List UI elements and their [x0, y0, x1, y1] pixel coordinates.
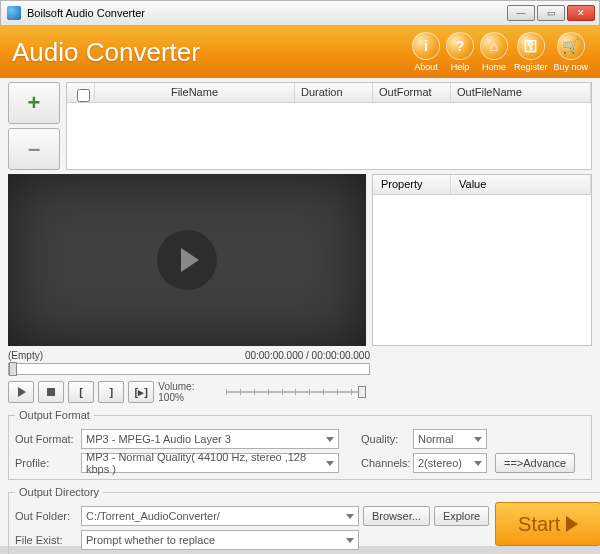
- select-all-checkbox[interactable]: [77, 89, 90, 102]
- quality-label: Quality:: [361, 433, 409, 445]
- preview-panel: [8, 174, 366, 346]
- volume-slider[interactable]: [226, 391, 366, 393]
- col-check[interactable]: [67, 83, 95, 102]
- home-icon-glyph: ⌂: [480, 32, 508, 60]
- out-folder-select[interactable]: C:/Torrent_AudioConverter/: [81, 506, 359, 526]
- output-format-group: Output Format Out Format: MP3 - MPEG-1 A…: [8, 409, 592, 480]
- about-icon-label: About: [414, 62, 438, 72]
- maximize-button[interactable]: ▭: [537, 5, 565, 21]
- profile-select[interactable]: MP3 - Normal Quality( 44100 Hz, stereo ,…: [81, 453, 339, 473]
- timeline-slider[interactable]: [8, 363, 370, 375]
- out-format-label: Out Format:: [15, 433, 77, 445]
- channels-select[interactable]: 2(stereo): [413, 453, 487, 473]
- about-icon[interactable]: iAbout: [412, 32, 440, 72]
- quality-select[interactable]: Normal: [413, 429, 487, 449]
- col-value[interactable]: Value: [451, 175, 591, 194]
- col-outformat[interactable]: OutFormat: [373, 83, 451, 102]
- profile-label: Profile:: [15, 457, 77, 469]
- out-format-select[interactable]: MP3 - MPEG-1 Audio Layer 3: [81, 429, 339, 449]
- col-duration[interactable]: Duration: [295, 83, 373, 102]
- about-icon-glyph: i: [412, 32, 440, 60]
- minimize-button[interactable]: —: [507, 5, 535, 21]
- start-button[interactable]: Start: [495, 502, 600, 546]
- titlebar: Boilsoft Audio Converter — ▭ ✕: [0, 0, 600, 26]
- close-button[interactable]: ✕: [567, 5, 595, 21]
- col-filename[interactable]: FileName: [95, 83, 295, 102]
- banner: Audio Converter iAbout?Help⌂Home⚿Registe…: [0, 26, 600, 78]
- banner-title: Audio Converter: [12, 37, 200, 68]
- browser-button[interactable]: Browser...: [363, 506, 430, 526]
- volume-value: 100%: [158, 392, 184, 403]
- timeline-knob[interactable]: [9, 362, 17, 376]
- file-exist-label: File Exist:: [15, 534, 77, 546]
- file-exist-select[interactable]: Prompt whether to replace: [81, 530, 359, 550]
- play-button[interactable]: [8, 381, 34, 403]
- explore-button[interactable]: Explore: [434, 506, 489, 526]
- file-list[interactable]: FileName Duration OutFormat OutFileName: [66, 82, 592, 170]
- buy-icon-label: Buy now: [553, 62, 588, 72]
- timeline-empty-label: (Empty): [8, 350, 43, 361]
- channels-label: Channels:: [361, 457, 409, 469]
- out-folder-label: Out Folder:: [15, 510, 77, 522]
- remove-file-button[interactable]: –: [8, 128, 60, 170]
- preview-play-button[interactable]: [157, 230, 217, 290]
- output-directory-group: Output Directory Out Folder: C:/Torrent_…: [8, 486, 600, 554]
- col-outfilename[interactable]: OutFileName: [451, 83, 591, 102]
- home-icon-label: Home: [482, 62, 506, 72]
- col-property[interactable]: Property: [373, 175, 451, 194]
- mark-in-button[interactable]: [: [68, 381, 94, 403]
- output-format-legend: Output Format: [15, 409, 94, 421]
- property-panel: Property Value: [372, 174, 592, 346]
- play-selection-button[interactable]: [▸]: [128, 381, 154, 403]
- volume-label: Volume:: [158, 381, 194, 392]
- help-icon[interactable]: ?Help: [446, 32, 474, 72]
- help-icon-label: Help: [451, 62, 470, 72]
- mark-out-button[interactable]: ]: [98, 381, 124, 403]
- volume-knob[interactable]: [358, 386, 366, 398]
- help-icon-glyph: ?: [446, 32, 474, 60]
- advance-button[interactable]: ==>Advance: [495, 453, 575, 473]
- start-arrow-icon: [566, 516, 578, 532]
- register-icon[interactable]: ⚿Register: [514, 32, 548, 72]
- buy-icon-glyph: 🛒: [557, 32, 585, 60]
- timeline-time: 00:00:00.000 / 00:00:00.000: [245, 350, 370, 361]
- output-directory-legend: Output Directory: [15, 486, 103, 498]
- stop-button[interactable]: [38, 381, 64, 403]
- add-file-button[interactable]: +: [8, 82, 60, 124]
- buy-icon[interactable]: 🛒Buy now: [553, 32, 588, 72]
- register-icon-label: Register: [514, 62, 548, 72]
- home-icon[interactable]: ⌂Home: [480, 32, 508, 72]
- start-button-label: Start: [518, 513, 560, 536]
- window-title: Boilsoft Audio Converter: [27, 7, 145, 19]
- app-icon: [7, 6, 21, 20]
- register-icon-glyph: ⚿: [517, 32, 545, 60]
